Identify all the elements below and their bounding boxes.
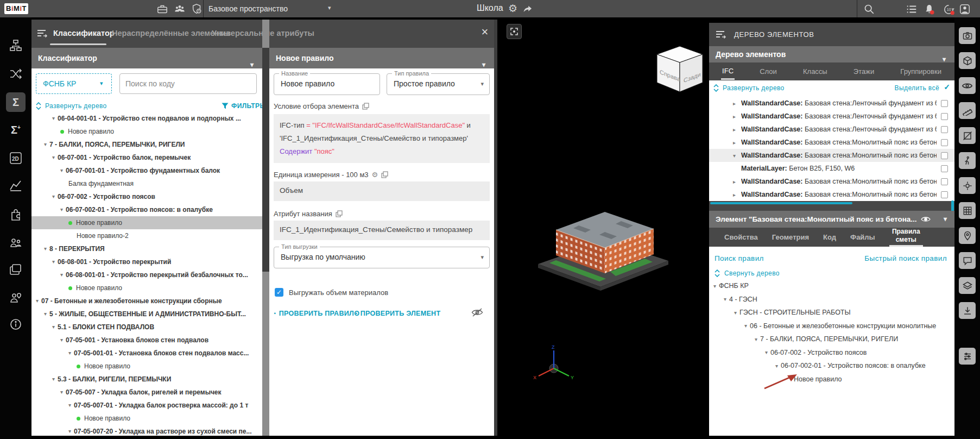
chevron-down-icon[interactable]: ▾ [482,54,485,75]
chevron-icon[interactable]: ▾ [733,153,738,159]
ifc-element-row[interactable]: MaterialLayer: Бетон B25, F150, W6 [709,162,954,175]
chevron-down-icon[interactable]: ▾ [36,294,39,308]
chevron-down-icon[interactable]: ▾ [60,203,63,216]
view-2d-icon[interactable]: 2D [6,148,26,168]
tab-geometry[interactable]: Геометрия [772,233,809,241]
chevron-down-icon[interactable]: ▾ [713,283,716,289]
classifier-rule-row[interactable]: Новое правило [31,360,262,373]
layers-tool-icon[interactable] [959,277,976,294]
export-type-select[interactable]: Тип выгрузки Выгрузка по умолчанию ▾ [274,247,490,268]
camera-tool-icon[interactable] [959,27,976,44]
classifier-rule-row[interactable]: Новое правило [31,281,262,294]
chevron-down-icon[interactable]: ▾ [755,336,757,342]
viewport-3d[interactable]: Справа Сзади [497,17,709,439]
sigma-plus-icon[interactable]: Σ+ [6,120,26,140]
select-all-check-icon[interactable]: ✓ [944,83,950,91]
chevron-down-icon[interactable]: ▾ [60,386,63,399]
chevron-down-icon[interactable]: ▾ [52,190,55,203]
chevron-down-icon[interactable]: ▾ [52,151,55,164]
element-checkbox[interactable] [941,191,948,198]
estimate-tree-row[interactable]: ▾06 - Бетонные и железобетонные конструк… [709,319,954,333]
projects-folders-icon[interactable] [6,260,26,279]
user-avatar-icon[interactable] [959,3,971,15]
copy-icon[interactable] [381,171,388,178]
chevron-icon[interactable]: ▸ [733,127,738,133]
tab-properties[interactable]: Свойства [724,233,758,241]
select-all-link[interactable]: Выделить всё [895,84,939,92]
chevron-down-icon[interactable]: ▾ [775,363,778,369]
panel-menu-icon[interactable] [716,30,726,39]
estimate-tree-row[interactable]: ▾7 - БАЛКИ, ПОЯСА, ПЕРЕМЫЧКИ, РИГЕЛИ [709,333,954,346]
horizontal-scrollbar-thumb[interactable] [710,202,852,204]
classifier-tree-row[interactable]: ▾07-05-001 - Установка блоков стен подва… [31,334,262,347]
code-search-input[interactable] [119,73,257,94]
classifier-sigma-icon[interactable]: Σ [6,92,26,112]
navigation-cube[interactable]: Справа Сзади [654,44,706,94]
ifc-element-row[interactable]: ▸WallStandardCase: Базовая стена:Монолит… [709,136,954,149]
element-checkbox[interactable] [941,126,948,133]
condition-expression[interactable]: IFC-тип = "IFC/IfcWallStandardCase/IfcWa… [274,114,490,163]
element-checkbox[interactable] [941,113,948,120]
history-icon[interactable]: 10 [943,3,954,15]
chevron-down-icon[interactable]: ▾ [44,138,47,151]
chevron-icon[interactable]: ▸ [733,179,738,185]
tab-floors[interactable]: Этажи [852,64,875,79]
briefcase-icon[interactable] [156,3,168,15]
ifc-element-row[interactable]: ▸WallStandardCase: Базовая стена:Монолит… [709,175,954,188]
info-icon[interactable] [6,315,26,334]
tab-classes[interactable]: Классы [802,64,829,79]
estimate-tree-row[interactable]: ▾ФСНБ КР [709,279,954,293]
chevron-down-icon[interactable]: ▾ [44,242,47,255]
classifier-tree-row[interactable]: ▾06-04-001-01 - Устройство стен подвалов… [31,112,262,125]
scrollbar-thumb[interactable] [262,48,269,272]
tab-ifc[interactable]: IFC [721,64,735,80]
classifier-tree-row[interactable]: ▾8 - ПЕРЕКРЫТИЯ [31,242,262,255]
classifier-tree-row[interactable]: Балка фундаментная [31,177,262,190]
quick-search-rules-link[interactable]: Быстрый поиск правил [864,254,947,262]
estimate-tree-row[interactable]: ▾ГЭСН - СТРОИТЕЛЬНЫЕ РАБОТЫ [709,306,954,319]
chevron-down-icon[interactable]: ▾ [328,4,331,11]
chevron-down-icon[interactable]: ▾ [60,334,63,347]
chevron-down-icon[interactable]: ▾ [52,255,55,268]
classifier-tree-row[interactable]: ▾7 - БАЛКИ, ПОЯСА, ПЕРЕМЫЧКИ, РИГЕЛИ [31,138,262,151]
tab-estimate-rules[interactable]: Правила сметы [889,228,923,247]
collaboration-icon[interactable] [6,233,26,253]
settings-tool-icon[interactable] [959,348,976,365]
chevron-down-icon[interactable]: ▾ [68,399,71,412]
checkbox-checked-icon[interactable]: ✓ [275,288,283,297]
unit-settings-gear-icon[interactable]: ⚙ [372,171,378,179]
estimate-tree-row[interactable]: ▾4 - ГЭСН [709,293,954,306]
grid-tool-icon[interactable] [959,202,976,219]
ifc-element-row[interactable]: ▸WallStandardCase: Базовая стена:Монолит… [709,188,954,201]
share-icon[interactable] [522,4,534,16]
cube-tool-icon[interactable] [959,52,976,69]
classifier-tree-row[interactable]: ▾07-05-001-01 - Установка блоков стен по… [31,347,262,360]
close-icon[interactable]: × [478,25,492,39]
ifc-element-row[interactable]: ▸WallStandardCase: Базовая стена:Ленточн… [709,110,954,123]
section-tool-icon[interactable] [959,127,976,144]
filters-button[interactable]: ФИЛЬТРЫ [222,102,262,110]
element-checkbox[interactable] [941,100,948,107]
eye-tool-icon[interactable] [959,77,976,94]
comment-tool-icon[interactable] [959,252,976,269]
classifier-tree-row[interactable]: ▾06-08-001 - Устройство перекрытий [31,255,262,268]
ifc-element-row[interactable]: ▾WallStandardCase: Базовая стена:Монолит… [709,149,954,162]
light-tool-icon[interactable] [959,177,976,194]
export-tool-icon[interactable] [959,302,976,319]
chevron-down-icon[interactable]: ▾ [734,310,737,316]
menu-list-icon[interactable] [906,3,918,15]
classifier-rule-row[interactable]: Новое правило [31,412,262,425]
classifier-tree-row[interactable]: ▾06-07-002-01 - Устройство поясов: в опа… [31,203,262,216]
eye-icon[interactable] [921,216,931,223]
classifier-rule-row[interactable]: Новое правило [31,125,262,138]
rule-name-field[interactable]: Название Новое правило [274,73,380,95]
chevron-down-icon[interactable]: ▾ [250,54,254,75]
chevron-down-icon[interactable]: ▾ [68,425,71,436]
panel-scrollbar-track[interactable] [262,20,269,436]
measure-tool-icon[interactable] [959,102,976,119]
chevron-down-icon[interactable]: ▾ [44,308,47,321]
tab-groupings[interactable]: Группировки [899,64,943,79]
structure-tree-icon[interactable] [6,36,26,55]
chevron-down-icon[interactable]: ▾ [724,296,726,302]
chevron-icon[interactable]: ▸ [733,101,738,106]
